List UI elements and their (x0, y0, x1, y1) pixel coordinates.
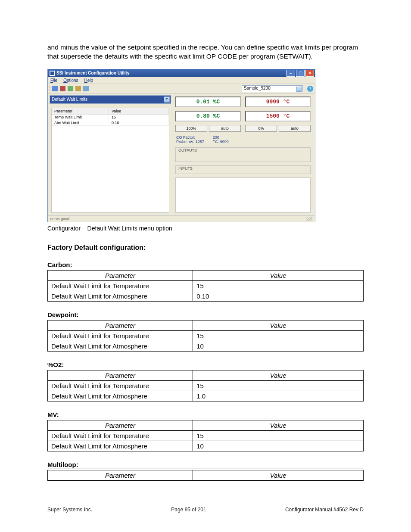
table-row: Default Wait Limit for Temperature15 (48, 330, 364, 341)
footer-right: Configurator Manual #4562 Rev D (285, 507, 364, 513)
left-pane: Default Wait Limits Parameter Value Temp… (48, 94, 173, 215)
config-table: ParameterValueDefault Wait Limit for Tem… (47, 420, 364, 451)
section-heading: MV: (47, 411, 364, 419)
lower-panel (175, 177, 311, 213)
maximize-button[interactable]: ▢ (296, 70, 305, 77)
right-pane: 0.01 %C 9999 °C 0.80 %C 1500 °C 100% aut… (173, 94, 315, 215)
chevron-down-icon (297, 87, 301, 91)
table-empty-area (52, 126, 169, 208)
menu-file[interactable]: File (50, 78, 57, 83)
menu-help[interactable]: Help (84, 78, 93, 83)
table-row: Default Wait Limit for Atmosphere1.0 (48, 391, 364, 401)
app-icon (50, 71, 55, 76)
instrument-select-value: Sample_9200 (244, 86, 271, 90)
carbon-mode-button[interactable]: auto (209, 125, 241, 132)
menu-options[interactable]: Options (63, 78, 78, 83)
footer-center: Page 95 of 201 (171, 507, 206, 513)
toolbar-icon-2[interactable] (60, 86, 65, 91)
table-header-parameter: Parameter (48, 270, 193, 280)
table-row[interactable]: Atm Wait Limit 0.10 (52, 120, 169, 126)
config-table: ParameterValueDefault Wait Limit for Tem… (47, 370, 364, 401)
footer-left: Super Systems Inc. (47, 507, 92, 513)
temp-mode-button[interactable]: auto (279, 125, 311, 132)
table-header-parameter: Parameter (48, 420, 193, 430)
toolbar: Sample_9200 ? (48, 84, 315, 94)
page-select-value: Default Wait Limits (52, 97, 87, 102)
table-row: Default Wait Limit for Temperature15 (48, 380, 364, 391)
table-header-parameter: Parameter (48, 320, 193, 330)
config-table: ParameterValueDefault Wait Limit for Tem… (47, 320, 364, 352)
section-heading: Multiloop: (47, 461, 364, 469)
section-heading: %O2: (47, 361, 364, 369)
table-header-value: Value (193, 320, 364, 330)
status-text: coms good (50, 217, 69, 221)
intro-paragraph: and minus the value of the setpoint spec… (47, 43, 364, 61)
table-header-parameter: Parameter (48, 370, 193, 380)
minimize-button[interactable]: – (286, 70, 295, 77)
table-row: Default Wait Limit for Atmosphere10 (48, 341, 364, 351)
toolbar-icon-3[interactable] (68, 86, 73, 91)
temp-output-button[interactable]: 0% (245, 125, 277, 132)
outputs-group: OUTPUTS (175, 147, 311, 162)
config-table: ParameterValue (47, 470, 364, 481)
table-row: Default Wait Limit for Temperature15 (48, 430, 364, 441)
toolbar-icon-1[interactable] (52, 86, 58, 91)
page-select-dropdown[interactable]: Default Wait Limits (50, 95, 171, 104)
status-bar: coms good (48, 215, 315, 222)
param-header-param: Parameter (52, 108, 109, 115)
parameter-table: Parameter Value Temp Wait Limit 15 Atm W… (51, 108, 169, 213)
toolbar-icon-4[interactable] (75, 86, 81, 91)
carbon-output-button[interactable]: 100% (175, 125, 207, 132)
temp-pv-readout: 9999 °C (245, 96, 311, 107)
inputs-group: INPUTS (175, 165, 311, 174)
screenshot-window: SSi Instrument Configuration Utility – ▢… (47, 69, 315, 222)
menubar: File Options Help (48, 77, 315, 84)
table-header-value: Value (193, 470, 364, 480)
screenshot-caption: Configurator – Default Wait Limits menu … (47, 225, 364, 232)
table-header-value: Value (193, 370, 364, 380)
table-header-parameter: Parameter (48, 470, 193, 480)
table-header-value: Value (193, 420, 364, 430)
section-heading: Carbon: (47, 261, 364, 269)
table-row[interactable]: Temp Wait Limit 15 (52, 115, 169, 120)
titlebar: SSi Instrument Configuration Utility – ▢… (48, 69, 315, 77)
table-header-value: Value (193, 270, 364, 280)
table-row: Default Wait Limit for Temperature15 (48, 280, 364, 291)
info-line: CO Factor: Probe mV: 1257 200 TC: 9999 (175, 135, 311, 144)
window-title: SSi Instrument Configuration Utility (56, 71, 286, 75)
carbon-pv-readout: 0.01 %C (175, 96, 241, 107)
param-header-value: Value (109, 108, 169, 115)
table-row: Default Wait Limit for Atmosphere0.10 (48, 291, 364, 301)
page-footer: Super Systems Inc. Page 95 of 201 Config… (47, 507, 364, 513)
close-button[interactable]: ✕ (305, 70, 314, 77)
config-table: ParameterValueDefault Wait Limit for Tem… (47, 270, 364, 302)
resize-grip-icon[interactable] (306, 217, 312, 221)
temp-sp-readout: 1500 °C (245, 111, 311, 121)
toolbar-icon-5[interactable] (83, 86, 89, 91)
carbon-sp-readout: 0.80 %C (175, 111, 241, 121)
instrument-select[interactable]: Sample_9200 (242, 85, 303, 92)
table-row: Default Wait Limit for Atmosphere10 (48, 441, 364, 451)
section-heading: Dewpoint: (47, 311, 364, 319)
help-icon[interactable]: ? (307, 86, 313, 92)
factory-heading: Factory Default configuration: (47, 244, 364, 252)
